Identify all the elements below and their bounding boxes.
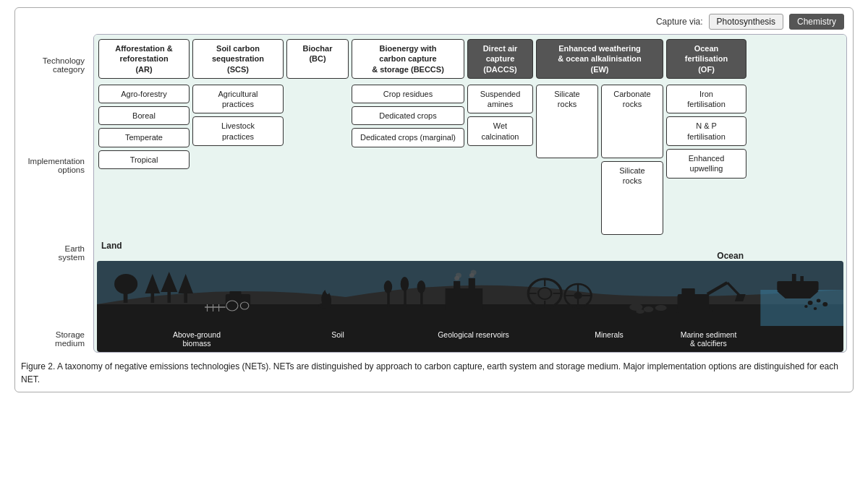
earth-ocean-label: Ocean [535, 251, 748, 261]
impl-ar-temperate: Temperate [98, 128, 190, 147]
impl-col-ew: Silicaterocks Carbonaterocks Silicateroc… [535, 83, 665, 236]
storage-marine: Marine sediment& calcifiers [656, 329, 761, 349]
impl-beccs-dedicated-crops: Dedicated crops [352, 106, 464, 125]
impl-col-bc [285, 83, 350, 236]
tech-scs: Soil carbonsequestration(SCS) [192, 39, 284, 79]
tech-ar: Afforestation &reforestation(AR) [98, 39, 190, 79]
svg-point-53 [636, 309, 644, 314]
svg-point-24 [384, 280, 392, 293]
svg-point-26 [417, 280, 425, 293]
svg-point-15 [240, 302, 248, 309]
impl-of-iron: Ironfertilisation [666, 85, 746, 114]
impl-col-beccs: Crop residues Dedicated crops Dedicated … [350, 83, 466, 236]
svg-rect-13 [229, 291, 241, 298]
implementation-area: Agro-forestry Boreal Temperate Tropical … [94, 80, 846, 239]
impl-col-of: Ironfertilisation N & Pfertilisation Enh… [665, 83, 748, 236]
storage-minerals: Minerals [562, 329, 656, 349]
earth-system-row: Land Ocean [94, 241, 846, 261]
impl-beccs-dedicated-crops-marginal: Dedicated crops (marginal) [352, 128, 464, 147]
svg-rect-59 [800, 276, 804, 284]
storage-medium-label: Storagemedium [21, 326, 89, 352]
impl-scs-ag: Agriculturalpractices [192, 85, 284, 114]
storage-row: Above-groundbiomass Soil Geological rese… [97, 326, 843, 352]
svg-point-63 [822, 302, 827, 306]
impl-ar-tropical: Tropical [98, 150, 190, 169]
figure-container: Capture via: Photosynthesis Chemistry Te… [14, 7, 854, 392]
svg-point-31 [456, 272, 461, 278]
svg-point-52 [644, 306, 654, 312]
tech-ew: Enhanced weathering& ocean alkalinisatio… [536, 39, 663, 79]
diagram-main: Afforestation &reforestation(AR) Soil ca… [93, 34, 847, 353]
svg-point-3 [114, 274, 137, 294]
top-legend: Capture via: Photosynthesis Chemistry [21, 14, 847, 30]
impl-of-np: N & Pfertilisation [666, 116, 746, 146]
storage-geological: Geological reservoirs [385, 329, 562, 349]
svg-rect-47 [681, 288, 694, 297]
left-labels: Technologycategory Implementationoptions… [21, 34, 93, 353]
svg-rect-56 [777, 281, 818, 291]
earth-land-label: Land [97, 241, 466, 251]
impl-ar-sub-col: Boreal Temperate Tropical [98, 106, 190, 169]
diagram-wrapper: Technologycategory Implementationoptions… [21, 34, 847, 353]
storage-soil: Soil [291, 329, 385, 349]
impl-daccs-wet: Wetcalcination [467, 116, 533, 146]
implementation-options-label: Implementationoptions [21, 86, 89, 245]
photosynthesis-button[interactable]: Photosynthesis [709, 14, 783, 30]
impl-ar-agroforestry: Agro-forestry [98, 85, 190, 103]
tech-bc: Biochar(BC) [286, 39, 349, 79]
svg-point-62 [804, 305, 808, 308]
impl-ew-silicate2: Silicaterocks [601, 161, 663, 235]
storage-above-ground: Above-groundbiomass [103, 329, 291, 349]
tech-daccs: Direct aircapture(DACCS) [467, 39, 533, 79]
figure-caption: Figure 2. A taxonomy of negative emissio… [21, 360, 847, 386]
svg-rect-28 [454, 281, 460, 290]
svg-point-64 [814, 307, 817, 310]
svg-rect-50 [676, 309, 712, 313]
chemistry-button[interactable]: Chemistry [789, 14, 844, 30]
impl-scs-livestock: Livestockpractices [192, 116, 284, 146]
svg-point-33 [471, 270, 477, 275]
impl-beccs-crop-residues: Crop residues [352, 85, 464, 103]
impl-ar-sub-row: Boreal Temperate Tropical [98, 106, 190, 169]
impl-ar-boreal: Boreal [98, 106, 190, 125]
tech-of: Oceanfertilisation(OF) [666, 39, 746, 79]
svg-point-60 [808, 301, 813, 305]
landscape-spacer [21, 261, 89, 326]
impl-ew-carbonate: Carbonaterocks [601, 85, 663, 158]
impl-col-scs: Agriculturalpractices Livestockpractices [191, 83, 285, 236]
capture-via-label: Capture via: [656, 17, 703, 27]
svg-rect-27 [446, 288, 483, 310]
impl-daccs-suspended: Suspendedamines [467, 85, 533, 114]
landscape-illustration [97, 261, 843, 326]
impl-col-ar: Agro-forestry Boreal Temperate Tropical [97, 83, 191, 236]
svg-point-61 [817, 298, 821, 302]
impl-col-daccs: Suspendedamines Wetcalcination [466, 83, 535, 236]
svg-point-54 [655, 305, 667, 311]
impl-of-upwelling: Enhancedupwelling [666, 149, 746, 179]
svg-rect-29 [469, 278, 475, 290]
svg-point-22 [401, 277, 409, 291]
tech-header: Afforestation &reforestation(AR) Soil ca… [94, 35, 846, 80]
svg-point-41 [574, 292, 582, 299]
impl-ew-silicate1: Silicaterocks [536, 85, 598, 158]
tech-beccs: Bioenergy withcarbon capture& storage (B… [352, 39, 464, 79]
svg-point-14 [226, 301, 238, 311]
tech-category-label: Technologycategory [21, 44, 89, 86]
earth-system-label: Earthsystem [21, 245, 89, 261]
svg-rect-58 [792, 274, 796, 284]
